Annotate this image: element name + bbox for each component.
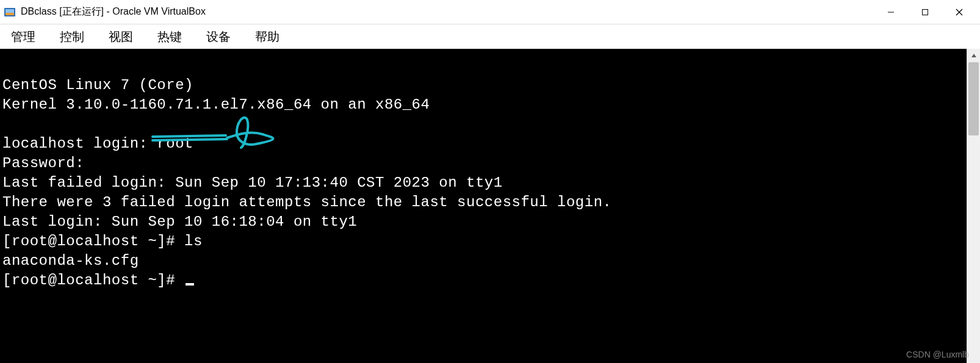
terminal-line: localhost login: root: [2, 135, 193, 152]
svg-rect-2: [5, 13, 14, 15]
virtualbox-icon: [4, 6, 16, 18]
menubar: 管理 控制 视图 热键 设备 帮助: [0, 24, 980, 49]
terminal-line: Last failed login: Sun Sep 10 17:13:40 C…: [2, 174, 503, 191]
window-controls: [874, 0, 976, 24]
terminal-line: Password:: [2, 155, 84, 171]
scroll-thumb[interactable]: [968, 62, 979, 135]
menu-manage[interactable]: 管理: [6, 26, 40, 48]
scroll-up-arrow-icon[interactable]: [967, 49, 980, 62]
menu-devices[interactable]: 设备: [201, 26, 236, 48]
terminal[interactable]: CentOS Linux 7 (Core) Kernel 3.10.0-1160…: [0, 49, 967, 363]
window-title: DBclass [正在运行] - Oracle VM VirtualBox: [21, 5, 874, 18]
svg-rect-4: [923, 9, 928, 15]
terminal-container: CentOS Linux 7 (Core) Kernel 3.10.0-1160…: [0, 49, 980, 363]
terminal-line: [root@localhost ~]# ls: [2, 233, 203, 250]
menu-hotkeys[interactable]: 热键: [153, 26, 187, 48]
vertical-scrollbar[interactable]: [967, 49, 980, 363]
menu-view[interactable]: 视图: [104, 26, 138, 48]
terminal-line: There were 3 failed login attempts since…: [2, 194, 611, 210]
terminal-cursor: [186, 283, 194, 286]
terminal-line: Last login: Sun Sep 10 16:18:04 on tty1: [2, 214, 357, 230]
watermark: CSDN @Luxmlb: [906, 350, 969, 359]
terminal-line: Kernel 3.10.0-1160.71.1.el7.x86_64 on an…: [2, 96, 430, 113]
menu-help[interactable]: 帮助: [250, 26, 284, 48]
window-titlebar: DBclass [正在运行] - Oracle VM VirtualBox: [0, 0, 980, 24]
maximize-button[interactable]: [908, 0, 942, 24]
terminal-line: anaconda-ks.cfg: [2, 253, 139, 269]
close-button[interactable]: [942, 0, 976, 24]
terminal-line: CentOS Linux 7 (Core): [2, 77, 193, 93]
minimize-button[interactable]: [874, 0, 908, 24]
menu-control[interactable]: 控制: [55, 26, 89, 48]
terminal-line: [root@localhost ~]#: [2, 272, 184, 289]
